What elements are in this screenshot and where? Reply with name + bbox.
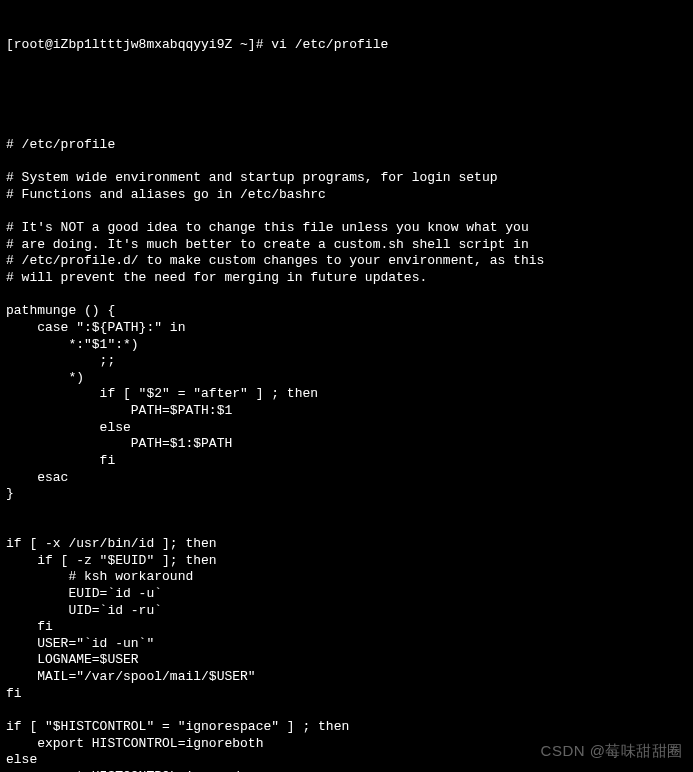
file-line: if [ "$HISTCONTROL" = "ignorespace" ] ; … — [6, 719, 687, 736]
file-line: EUID=`id -u` — [6, 586, 687, 603]
file-line: # It's NOT a good idea to change this fi… — [6, 220, 687, 237]
file-line: MAIL="/var/spool/mail/$USER" — [6, 669, 687, 686]
file-line: } — [6, 486, 687, 503]
file-line: *) — [6, 370, 687, 387]
file-line: UID=`id -ru` — [6, 603, 687, 620]
file-line: if [ "$2" = "after" ] ; then — [6, 386, 687, 403]
file-line: if [ -x /usr/bin/id ]; then — [6, 536, 687, 553]
file-line: # System wide environment and startup pr… — [6, 170, 687, 187]
file-line — [6, 702, 687, 719]
file-line — [6, 154, 687, 171]
file-line — [6, 287, 687, 304]
file-line: USER="`id -un`" — [6, 636, 687, 653]
file-line: # /etc/profile.d/ to make custom changes… — [6, 253, 687, 270]
file-line: PATH=$1:$PATH — [6, 436, 687, 453]
file-line: # will prevent the need for merging in f… — [6, 270, 687, 287]
file-line — [6, 204, 687, 221]
file-line: # ksh workaround — [6, 569, 687, 586]
file-line — [6, 519, 687, 536]
blank-line — [6, 87, 687, 104]
file-line: # are doing. It's much better to create … — [6, 237, 687, 254]
file-line: case ":${PATH}:" in — [6, 320, 687, 337]
file-line: fi — [6, 619, 687, 636]
file-line: fi — [6, 686, 687, 703]
file-line: pathmunge () { — [6, 303, 687, 320]
file-line: *:"$1":*) — [6, 337, 687, 354]
file-line: ;; — [6, 353, 687, 370]
file-line: if [ -z "$EUID" ]; then — [6, 553, 687, 570]
file-content: # /etc/profile # System wide environment… — [6, 137, 687, 772]
file-line: fi — [6, 453, 687, 470]
terminal-output[interactable]: [root@iZbp1ltttjw8mxabqqyyi9Z ~]# vi /et… — [6, 4, 687, 772]
file-line: else — [6, 420, 687, 437]
file-line: LOGNAME=$USER — [6, 652, 687, 669]
file-line — [6, 503, 687, 520]
file-line: PATH=$PATH:$1 — [6, 403, 687, 420]
file-line: esac — [6, 470, 687, 487]
shell-prompt-line: [root@iZbp1ltttjw8mxabqqyyi9Z ~]# vi /et… — [6, 37, 687, 54]
file-line: # Functions and aliases go in /etc/bashr… — [6, 187, 687, 204]
file-line: # /etc/profile — [6, 137, 687, 154]
watermark-text: CSDN @莓味甜甜圈 — [541, 741, 683, 760]
